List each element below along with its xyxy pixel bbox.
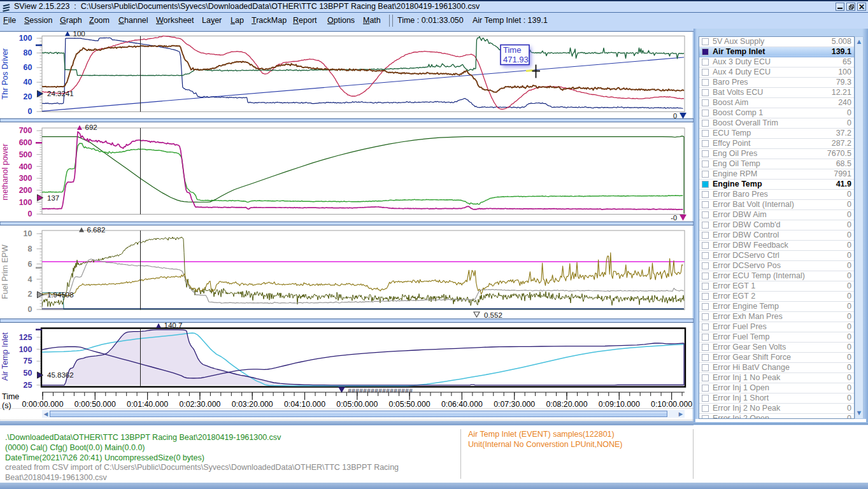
svg-text:1.94508: 1.94508 — [47, 291, 74, 299]
svg-text:4: 4 — [28, 275, 32, 284]
svg-text:Fuel Prim EPW: Fuel Prim EPW — [1, 244, 10, 299]
svg-text:100: 100 — [73, 30, 85, 38]
svg-text:0: 0 — [28, 209, 32, 218]
svg-text:0: 0 — [28, 305, 32, 314]
svg-text:300: 300 — [19, 174, 32, 183]
svg-text:80: 80 — [24, 48, 32, 57]
svg-text:(s): (s) — [2, 401, 11, 410]
svg-text:100: 100 — [19, 345, 32, 354]
svg-text:Thr Pos Driver: Thr Pos Driver — [1, 48, 10, 100]
svg-text:200: 200 — [19, 186, 32, 195]
svg-text:25: 25 — [24, 381, 32, 390]
svg-text:500: 500 — [19, 150, 32, 159]
svg-text:8: 8 — [28, 244, 32, 253]
svg-text:20: 20 — [24, 92, 32, 101]
svg-text:24.3241: 24.3241 — [47, 90, 74, 97]
svg-text:692: 692 — [85, 124, 97, 131]
svg-text:50: 50 — [24, 369, 32, 378]
svg-text:75: 75 — [24, 357, 32, 365]
svg-text:140.7: 140.7 — [164, 322, 183, 329]
svg-text:45.8362: 45.8362 — [47, 371, 74, 379]
svg-text:Air Temp Inlet: Air Temp Inlet — [1, 332, 10, 381]
svg-text:400: 400 — [19, 162, 32, 171]
svg-text:6: 6 — [28, 260, 32, 269]
svg-text:60: 60 — [24, 63, 32, 72]
svg-text:0.552: 0.552 — [484, 311, 502, 319]
svg-text:Time: Time — [503, 45, 521, 55]
svg-text:137: 137 — [47, 194, 59, 202]
svg-text:100: 100 — [19, 34, 32, 43]
svg-text:6.682: 6.682 — [87, 226, 106, 234]
svg-text:100: 100 — [19, 198, 32, 207]
svg-text:methanol power: methanol power — [1, 144, 10, 201]
svg-text:40: 40 — [24, 78, 32, 87]
svg-text:600: 600 — [19, 138, 32, 147]
svg-text:0: 0 — [673, 112, 677, 120]
svg-text:0: 0 — [28, 107, 32, 116]
svg-text:700: 700 — [19, 126, 32, 135]
svg-text:2: 2 — [28, 290, 32, 299]
svg-text:471.93: 471.93 — [503, 55, 529, 64]
svg-text:125: 125 — [19, 333, 32, 342]
svg-text:Time: Time — [2, 392, 19, 401]
svg-text:10: 10 — [24, 229, 32, 238]
svg-text:-0: -0 — [671, 214, 677, 222]
